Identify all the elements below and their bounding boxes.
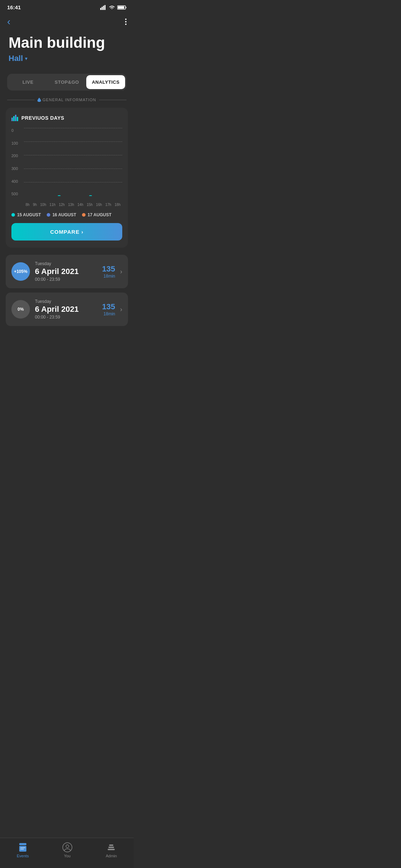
back-button[interactable]: ‹: [7, 16, 10, 27]
status-bar: 16:41: [0, 0, 134, 12]
x-axis: 8h 9h 10h 11h 12h 13h 14h 15h 16h 17h 18…: [24, 203, 122, 207]
section-label: GENERAL INFORMATION: [37, 98, 96, 102]
bar-15h-cyan: [89, 195, 92, 196]
svg-rect-0: [100, 8, 101, 10]
svg-rect-6: [118, 6, 124, 9]
entry-date-2: 6 April 2021: [35, 305, 97, 314]
svg-rect-1: [102, 7, 103, 10]
divider-right: [99, 100, 127, 100]
hall-label: Hall: [9, 54, 23, 63]
section-divider: GENERAL INFORMATION: [7, 98, 127, 102]
bars-container: [24, 128, 122, 196]
tab-live[interactable]: LIVE: [9, 75, 47, 89]
chart-title: PREVIUOS DAYS: [11, 115, 122, 121]
entry-time-2: 00:00 - 23:59: [35, 315, 97, 320]
divider-left: [7, 100, 35, 100]
signal-icon: [100, 5, 107, 10]
chart-card: PREVIUOS DAYS 500 400 300 200 100 0: [6, 108, 128, 248]
entry-day-2: Tuesday: [35, 299, 97, 304]
bar-chart-icon: [11, 115, 19, 121]
chart-area: 500 400 300 200 100 0: [11, 128, 122, 207]
chart-inner: [24, 128, 122, 196]
battery-icon: [117, 5, 127, 10]
legend-17aug: 17 AUGUST: [82, 212, 112, 217]
nav-bar: ‹: [0, 12, 134, 31]
entry-count-2: 135 18min: [102, 302, 115, 316]
svg-rect-5: [126, 7, 127, 8]
legend-dot-orange: [82, 213, 86, 217]
svg-rect-7: [11, 118, 13, 121]
entry-info-1: Tuesday 6 April 2021 00:00 - 23:59: [35, 261, 97, 282]
compare-button[interactable]: COMPARE ›: [11, 223, 122, 241]
entry-card-1[interactable]: +105% Tuesday 6 April 2021 00:00 - 23:59…: [6, 255, 128, 288]
subtitle-row[interactable]: Hall ▾: [9, 54, 125, 63]
page-title: Main building: [9, 35, 125, 51]
chart-legend: 15 AUGUST 16 AUGUST 17 AUGUST: [11, 212, 122, 217]
bar-group-15h: [89, 195, 92, 196]
more-button[interactable]: [125, 19, 127, 25]
svg-rect-8: [13, 116, 15, 121]
status-icons: [100, 5, 127, 10]
status-time: 16:41: [7, 4, 21, 10]
chevron-right-icon-2: ›: [120, 306, 122, 313]
svg-rect-2: [103, 6, 104, 10]
svg-rect-3: [104, 5, 106, 10]
legend-16aug: 16 AUGUST: [47, 212, 76, 217]
entry-time-1: 00:00 - 23:59: [35, 277, 97, 282]
legend-dot-cyan: [11, 213, 15, 217]
drop-icon: [37, 98, 41, 102]
legend-15aug: 15 AUGUST: [11, 212, 41, 217]
entry-day-1: Tuesday: [35, 261, 97, 266]
legend-dot-blue: [47, 213, 50, 217]
entry-badge-2: 0%: [11, 300, 30, 319]
tab-analytics[interactable]: ANALYTICS: [86, 75, 125, 89]
header: Main building Hall ▾: [0, 31, 134, 70]
entry-date-1: 6 April 2021: [35, 267, 97, 276]
bar-11h-cyan: [58, 195, 61, 196]
tab-stopgo[interactable]: STOP&GO: [47, 75, 86, 89]
entry-card-2[interactable]: 0% Tuesday 6 April 2021 00:00 - 23:59 13…: [6, 293, 128, 326]
tabs-container: LIVE STOP&GO ANALYTICS: [7, 74, 127, 91]
bar-group-11h: [58, 195, 61, 196]
chevron-right-icon-1: ›: [120, 268, 122, 275]
entry-count-1: 135 18min: [102, 264, 115, 279]
svg-rect-10: [17, 117, 18, 121]
wifi-icon: [109, 5, 115, 10]
y-axis: 500 400 300 200 100 0: [11, 128, 22, 196]
entry-info-2: Tuesday 6 April 2021 00:00 - 23:59: [35, 299, 97, 320]
entry-badge-1: +105%: [11, 262, 30, 281]
chevron-down-icon: ▾: [25, 56, 27, 61]
svg-rect-9: [15, 115, 16, 121]
